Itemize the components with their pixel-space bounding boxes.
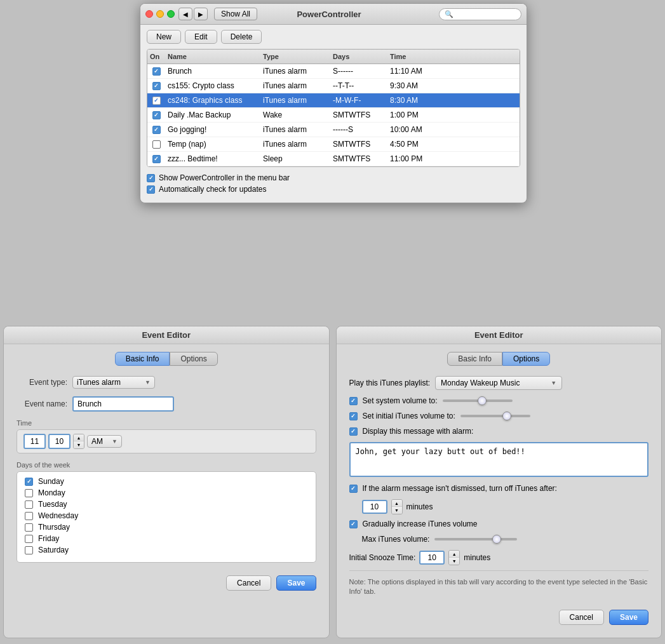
row-days: SMTWTFS (330, 109, 387, 121)
search-input[interactable] (456, 10, 516, 18)
left-tab-options[interactable]: Options (170, 352, 217, 366)
day-label: Tuesday (38, 500, 67, 509)
close-button[interactable] (145, 10, 153, 18)
day-checkbox[interactable] (25, 546, 33, 554)
row-checkbox[interactable] (152, 111, 161, 119)
zoom-button[interactable] (167, 10, 175, 18)
edit-button[interactable]: Edit (185, 30, 217, 44)
search-box[interactable]: 🔍 (439, 8, 521, 20)
turn-off-stepper-down[interactable]: ▼ (392, 507, 402, 514)
table-row[interactable]: Go jogging! iTunes alarm ------S 10:00 A… (147, 123, 520, 137)
table-header: On Name Type Days Time (147, 50, 520, 64)
row-type: iTunes alarm (260, 95, 330, 106)
turn-off-checkbox[interactable] (349, 485, 358, 493)
back-button[interactable]: ◀ (178, 8, 192, 20)
display-message-checkbox[interactable] (349, 427, 358, 436)
minutes-input[interactable] (48, 434, 71, 449)
system-volume-slider[interactable] (443, 399, 513, 402)
row-checkbox[interactable] (152, 67, 161, 76)
snooze-stepper[interactable]: ▲ ▼ (448, 550, 460, 565)
left-panel-content: Event type: iTunes alarm ▼ Event name: T… (4, 370, 329, 569)
row-name: cs248: Graphics class (165, 95, 260, 106)
row-name: Temp (nap) (165, 138, 260, 150)
time-controls: ▲ ▼ AM ▼ (17, 429, 316, 453)
max-volume-thumb[interactable] (492, 535, 501, 544)
table-row[interactable]: zzz... Bedtime! Sleep SMTWTFS 11:00 PM (147, 152, 520, 166)
options-note: Note: The options displayed in this tab … (349, 577, 649, 597)
menu-bar-checkbox[interactable] (147, 174, 155, 182)
table-row[interactable]: cs155: Crypto class iTunes alarm --T-T--… (147, 79, 520, 93)
row-type: iTunes alarm (260, 138, 330, 150)
turn-off-stepper-up[interactable]: ▲ (392, 500, 402, 507)
day-row: Wednesday (25, 511, 308, 520)
snooze-stepper-down[interactable]: ▼ (449, 558, 459, 565)
stepper-up[interactable]: ▲ (74, 434, 84, 441)
day-checkbox[interactable] (25, 512, 33, 520)
left-save-button[interactable]: Save (276, 575, 316, 591)
turn-off-minutes-input[interactable] (362, 500, 387, 514)
display-message-label: Display this message with alarm: (363, 427, 474, 436)
new-button[interactable]: New (147, 30, 181, 44)
right-save-button[interactable]: Save (609, 610, 648, 625)
select-arrow-icon: ▼ (145, 379, 151, 386)
row-checkbox[interactable] (152, 140, 161, 149)
row-checkbox[interactable] (152, 155, 161, 163)
updates-checkbox[interactable] (147, 185, 155, 194)
itunes-volume-row: Set initial iTunes volume to: (349, 412, 649, 420)
day-row: Monday (25, 488, 308, 497)
day-checkbox[interactable] (25, 489, 33, 497)
row-checkbox[interactable] (152, 126, 161, 134)
playlist-row: Play this iTunes playlist: Monday Wakeup… (349, 376, 649, 390)
table-row[interactable]: Daily .Mac Backup Wake SMTWTFS 1:00 PM (147, 108, 520, 123)
row-time: 9:30 AM (387, 80, 438, 91)
max-volume-slider[interactable] (434, 538, 517, 540)
table-row[interactable]: cs248: Graphics class iTunes alarm -M-W-… (147, 93, 520, 108)
event-name-input[interactable] (72, 396, 174, 412)
right-tab-basic-info[interactable]: Basic Info (447, 352, 502, 366)
right-tab-options[interactable]: Options (502, 352, 550, 366)
day-label: Saturday (38, 546, 69, 554)
left-cancel-button[interactable]: Cancel (226, 575, 271, 591)
event-type-select[interactable]: iTunes alarm ▼ (72, 376, 155, 389)
snooze-input[interactable] (419, 551, 445, 565)
day-checkbox[interactable] (25, 535, 33, 543)
time-stepper[interactable]: ▲ ▼ (73, 434, 84, 449)
turn-off-stepper[interactable]: ▲ ▼ (391, 499, 403, 514)
row-name: Go jogging! (165, 124, 260, 135)
max-volume-label: Max iTunes volume: (362, 535, 430, 544)
col-days: Days (330, 51, 387, 62)
day-checkbox[interactable] (25, 523, 33, 532)
row-checkbox[interactable] (152, 97, 161, 105)
display-message-row: Display this message with alarm: (349, 427, 649, 436)
day-checkbox[interactable] (25, 478, 33, 486)
updates-row: Automatically check for updates (147, 185, 520, 194)
row-checkbox[interactable] (152, 82, 161, 90)
playlist-arrow-icon: ▼ (551, 380, 556, 386)
ampm-arrow-icon: ▼ (112, 438, 118, 445)
itunes-volume-slider[interactable] (460, 415, 530, 417)
system-volume-checkbox[interactable] (349, 397, 358, 405)
itunes-volume-thumb[interactable] (502, 412, 511, 420)
ampm-select[interactable]: AM ▼ (87, 435, 122, 448)
row-time: 8:30 AM (387, 95, 438, 106)
row-type: iTunes alarm (260, 65, 330, 77)
gradual-volume-checkbox[interactable] (349, 520, 358, 528)
stepper-down[interactable]: ▼ (74, 441, 84, 448)
day-checkbox[interactable] (25, 500, 33, 509)
minimize-button[interactable] (156, 10, 164, 18)
itunes-volume-checkbox[interactable] (349, 412, 358, 420)
delete-button[interactable]: Delete (221, 30, 262, 44)
right-event-editor: Event Editor Basic Info Options Play thi… (336, 326, 662, 638)
table-row[interactable]: Temp (nap) iTunes alarm SMTWTFS 4:50 PM (147, 137, 520, 152)
system-volume-thumb[interactable] (478, 396, 487, 405)
left-tab-basic-info[interactable]: Basic Info (115, 352, 170, 366)
message-textarea[interactable]: John, get your lazy butt out of bed!! (349, 442, 649, 477)
right-panel-content: Play this iTunes playlist: Monday Wakeup… (337, 370, 662, 603)
playlist-select[interactable]: Monday Wakeup Music ▼ (435, 376, 562, 390)
table-row[interactable]: Brunch iTunes alarm S------ 11:10 AM (147, 64, 520, 79)
forward-button[interactable]: ▶ (194, 8, 208, 20)
right-cancel-button[interactable]: Cancel (559, 610, 604, 625)
snooze-stepper-up[interactable]: ▲ (449, 551, 459, 558)
hours-input[interactable] (24, 434, 46, 449)
system-volume-row: Set system volume to: (349, 396, 649, 405)
